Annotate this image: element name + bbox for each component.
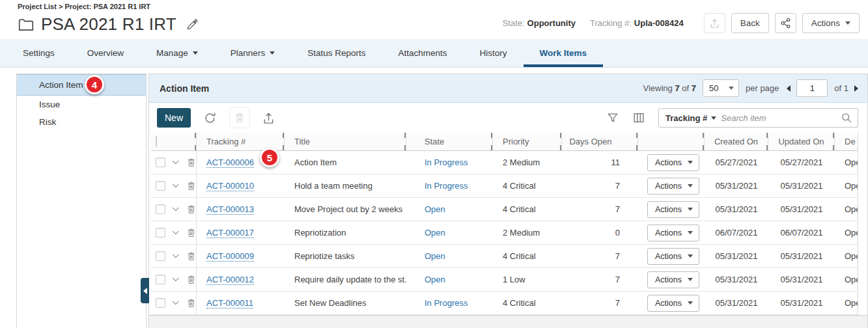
row-checkbox[interactable] bbox=[156, 181, 165, 191]
tab-attachments[interactable]: Attachments bbox=[382, 39, 463, 67]
delete-selected-button[interactable] bbox=[229, 107, 250, 128]
column-header-title[interactable]: Title bbox=[285, 133, 406, 150]
state-link[interactable]: In Progress bbox=[425, 157, 468, 167]
breadcrumb[interactable]: Project List > Project: PSA 2021 R1 IRT bbox=[18, 3, 859, 10]
delete-row-icon[interactable] bbox=[186, 251, 196, 262]
row-checkbox[interactable] bbox=[156, 228, 165, 238]
expand-row-icon[interactable] bbox=[171, 181, 180, 191]
row-checkbox[interactable] bbox=[156, 251, 165, 261]
chevron-down-icon bbox=[688, 208, 693, 211]
state-link[interactable]: In Progress bbox=[425, 298, 468, 308]
tracking-link[interactable]: ACT-000017 bbox=[206, 228, 254, 238]
state-link[interactable]: Open bbox=[425, 275, 445, 284]
row-actions-button[interactable]: Actions bbox=[647, 201, 699, 218]
tracking-link[interactable]: ACT-000010 bbox=[206, 181, 254, 191]
expand-row-icon[interactable] bbox=[171, 275, 180, 284]
column-header-priority[interactable]: Priority bbox=[493, 133, 562, 150]
delete-row-icon[interactable] bbox=[186, 274, 196, 285]
upload-icon bbox=[262, 112, 275, 124]
delete-row-icon[interactable] bbox=[186, 157, 196, 168]
tab-work-items[interactable]: Work Items bbox=[524, 39, 604, 67]
previous-page-arrow[interactable] bbox=[787, 85, 791, 92]
row-checkbox[interactable] bbox=[156, 298, 165, 308]
sidebar-item-issue[interactable]: Issue bbox=[17, 96, 146, 113]
tab-settings[interactable]: Settings bbox=[7, 39, 71, 67]
export-button[interactable] bbox=[704, 13, 725, 33]
refresh-button[interactable] bbox=[203, 111, 217, 125]
page-number-input[interactable] bbox=[796, 79, 828, 97]
sidebar-item-risk[interactable]: Risk bbox=[17, 113, 146, 131]
collapse-sidebar-handle[interactable] bbox=[141, 278, 149, 303]
next-page-arrow[interactable] bbox=[854, 85, 858, 92]
row-actions-button[interactable]: Actions bbox=[647, 225, 699, 241]
delete-row-icon[interactable] bbox=[186, 204, 196, 215]
chevron-down-icon bbox=[193, 51, 198, 55]
column-header-state[interactable]: State bbox=[406, 133, 493, 150]
tracking-value: Upla-008424 bbox=[634, 18, 684, 28]
filter-button[interactable] bbox=[606, 111, 619, 124]
search-input[interactable] bbox=[721, 113, 841, 123]
column-settings-button[interactable] bbox=[632, 111, 645, 124]
column-header-days-open[interactable]: Days Open bbox=[562, 133, 638, 150]
table-row: ACT-000013 Move Project out by 2 weeks O… bbox=[151, 198, 858, 221]
updated-on-cell: 05/27/2021 bbox=[768, 157, 835, 167]
state-link[interactable]: In Progress bbox=[425, 181, 468, 191]
expand-row-icon[interactable] bbox=[171, 228, 180, 238]
search-field-selector[interactable]: Tracking # bbox=[665, 113, 707, 123]
delete-row-icon[interactable] bbox=[186, 180, 196, 191]
row-actions-button[interactable]: Actions bbox=[647, 178, 699, 195]
row-checkbox[interactable] bbox=[156, 157, 165, 167]
sidebar-item-action-item[interactable]: Action Item 4 bbox=[17, 74, 146, 96]
priority-cell: 1 Low bbox=[493, 275, 562, 284]
delete-row-icon[interactable] bbox=[186, 227, 196, 238]
column-header-created-on[interactable]: Created On bbox=[705, 133, 768, 150]
tracking-link[interactable]: ACT-000012 bbox=[206, 275, 254, 285]
tracking-link[interactable]: ACT-000009 bbox=[206, 251, 254, 262]
column-header-updated-on[interactable]: Updated On bbox=[768, 133, 835, 150]
new-button[interactable]: New bbox=[157, 108, 191, 128]
page-header: Project List > Project: PSA 2021 R1 IRT … bbox=[0, 0, 868, 39]
tab-manage[interactable]: Manage bbox=[140, 39, 214, 67]
expand-row-icon[interactable] bbox=[171, 298, 180, 308]
page-title: PSA 2021 R1 IRT bbox=[41, 14, 176, 34]
header-actions-button[interactable]: Actions bbox=[802, 13, 860, 33]
row-checkbox[interactable] bbox=[156, 275, 165, 284]
table-row: ACT-000012 Require daily update to the s… bbox=[151, 268, 858, 292]
state-link[interactable]: Open bbox=[425, 204, 445, 214]
row-actions-button[interactable]: Actions bbox=[647, 271, 699, 288]
export-grid-button[interactable] bbox=[262, 112, 275, 124]
column-header-truncated[interactable]: De bbox=[835, 133, 858, 150]
select-all-checkbox[interactable] bbox=[156, 136, 157, 147]
updated-on-cell: 05/31/2021 bbox=[768, 204, 835, 214]
chevron-down-icon bbox=[688, 161, 693, 164]
tab-planners[interactable]: Planners bbox=[214, 39, 291, 67]
row-actions-button[interactable]: Actions bbox=[647, 154, 699, 171]
share-icon bbox=[780, 18, 791, 29]
state-link[interactable]: Open bbox=[425, 228, 445, 238]
back-button[interactable]: Back bbox=[731, 13, 769, 33]
column-header-actions bbox=[638, 133, 705, 150]
expand-row-icon[interactable] bbox=[171, 204, 180, 214]
row-actions-button[interactable]: Actions bbox=[647, 248, 699, 265]
expand-row-icon[interactable] bbox=[171, 157, 180, 167]
tracking-link[interactable]: ACT-000013 bbox=[206, 204, 254, 215]
tab-status-reports[interactable]: Status Reports bbox=[291, 39, 382, 67]
tracking-link[interactable]: ACT-000006 bbox=[206, 157, 254, 168]
expand-row-icon[interactable] bbox=[171, 251, 180, 261]
tracking-link[interactable]: ACT-000011 bbox=[206, 298, 253, 308]
page-size-select[interactable]: 50 bbox=[703, 79, 739, 97]
panel-title: Action Item bbox=[160, 83, 209, 94]
project-folder-icon bbox=[18, 16, 35, 33]
annotation-step-badge-4: 4 bbox=[85, 75, 104, 94]
share-button[interactable] bbox=[775, 13, 796, 33]
delete-row-icon[interactable] bbox=[186, 297, 196, 308]
state-link[interactable]: Open bbox=[425, 251, 445, 261]
days-open-cell: 7 bbox=[562, 204, 638, 214]
created-on-cell: 06/07/2021 bbox=[705, 228, 768, 238]
edit-title-icon[interactable] bbox=[186, 18, 199, 31]
tab-history[interactable]: History bbox=[463, 39, 523, 67]
row-checkbox[interactable] bbox=[156, 204, 165, 214]
row-actions-button[interactable]: Actions bbox=[647, 295, 699, 312]
search-icon[interactable] bbox=[841, 112, 852, 124]
tab-overview[interactable]: Overview bbox=[71, 39, 140, 67]
